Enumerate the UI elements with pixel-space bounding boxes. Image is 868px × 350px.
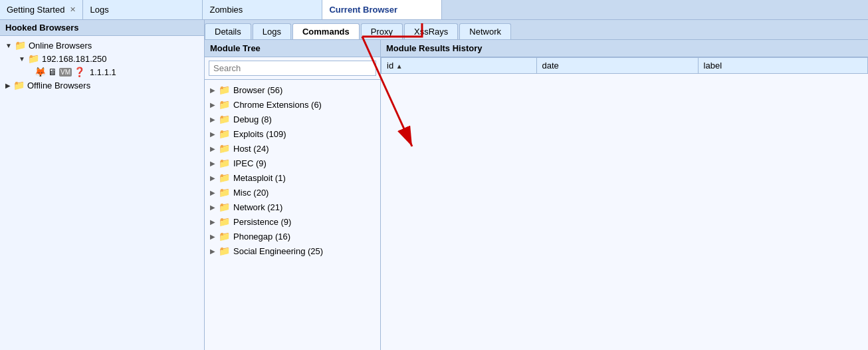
module-results-panel: Module Results History id ▲ xyxy=(381,40,868,350)
top-tab-current-browser-label: Current Browser xyxy=(329,5,397,15)
windows-icon: 🖥 xyxy=(48,67,57,77)
sub-tab-xssrays-label: XssRays xyxy=(414,27,448,37)
module-persistence-arrow: ▶ xyxy=(210,218,215,226)
module-network-arrow: ▶ xyxy=(210,204,215,211)
module-chrome-folder-icon: 📁 xyxy=(219,99,230,110)
module-host-label: Host (24) xyxy=(233,144,269,154)
module-network-label: Network (21) xyxy=(233,202,282,212)
module-list: ▶ 📁 Browser (56) ▶ 📁 Chrome Extensions (… xyxy=(205,80,380,350)
top-tab-bar: Getting Started ✕ Logs Zombies Current B… xyxy=(0,0,868,20)
module-item-exploits[interactable]: ▶ 📁 Exploits (109) xyxy=(205,126,380,141)
online-browsers-label: Online Browsers xyxy=(29,41,92,51)
module-chrome-label: Chrome Extensions (6) xyxy=(233,100,322,110)
online-browsers-item[interactable]: ▼ 📁 Online Browsers xyxy=(3,39,201,52)
sub-tab-proxy[interactable]: Proxy xyxy=(361,23,403,39)
module-item-debug[interactable]: ▶ 📁 Debug (8) xyxy=(205,112,380,126)
module-item-host[interactable]: ▶ 📁 Host (24) xyxy=(205,141,380,156)
main-layout: Hooked Browsers ▼ 📁 Online Browsers ▼ 📁 … xyxy=(0,20,868,350)
module-tree-panel: Module Tree ▶ 📁 Browser (56) ▶ 📁 xyxy=(205,40,381,350)
module-phonegap-arrow: ▶ xyxy=(210,233,215,240)
column-label-label: label xyxy=(704,61,722,71)
sub-tab-proxy-label: Proxy xyxy=(371,27,393,37)
module-host-arrow: ▶ xyxy=(210,145,215,152)
module-tree-header: Module Tree xyxy=(205,40,380,57)
module-browser-label: Browser (56) xyxy=(233,85,282,95)
ip-folder-arrow: ▼ xyxy=(19,55,25,63)
sub-tab-commands[interactable]: Commands xyxy=(292,23,360,39)
sub-tab-logs[interactable]: Logs xyxy=(253,23,291,39)
module-item-persistence[interactable]: ▶ 📁 Persistence (9) xyxy=(205,214,380,229)
module-item-misc[interactable]: ▶ 📁 Misc (20) xyxy=(205,185,380,200)
ip-folder-icon: 📁 xyxy=(28,53,39,64)
module-exploits-folder-icon: 📁 xyxy=(219,128,230,139)
module-social-arrow: ▶ xyxy=(210,248,215,255)
column-id[interactable]: id ▲ xyxy=(381,58,537,74)
module-misc-arrow: ▶ xyxy=(210,189,215,196)
sub-tab-details[interactable]: Details xyxy=(205,23,251,39)
hooked-browsers-header: Hooked Browsers xyxy=(0,20,204,36)
module-ipec-label: IPEC (9) xyxy=(233,158,267,168)
sub-tab-network-label: Network xyxy=(469,27,501,37)
module-item-phonegap[interactable]: ▶ 📁 Phonegap (16) xyxy=(205,229,380,244)
column-date-label: date xyxy=(542,61,559,71)
module-misc-label: Misc (20) xyxy=(233,188,269,198)
sub-tab-details-label: Details xyxy=(215,27,241,37)
right-panel: Details Logs Commands Proxy XssRays Netw… xyxy=(205,20,868,350)
sub-tab-logs-label: Logs xyxy=(263,27,281,37)
browser-icons: 🦊 🖥 VM ❓ 1.1.1.1 xyxy=(35,67,116,77)
ip-children: 🦊 🖥 VM ❓ 1.1.1.1 xyxy=(16,65,201,79)
module-results-header: Module Results History xyxy=(381,40,868,57)
module-ipec-arrow: ▶ xyxy=(210,160,215,167)
module-item-ipec[interactable]: ▶ 📁 IPEC (9) xyxy=(205,156,380,170)
online-browsers-children: ▼ 📁 192.168.181.250 🦊 🖥 VM ❓ 1.1.1.1 xyxy=(3,52,201,79)
version-label: 1.1.1.1 xyxy=(90,67,116,77)
column-date[interactable]: date xyxy=(536,58,698,74)
ip-address-label: 192.168.181.250 xyxy=(42,54,107,64)
commands-content: Module Tree ▶ 📁 Browser (56) ▶ 📁 xyxy=(205,40,868,350)
module-persistence-folder-icon: 📁 xyxy=(219,216,230,227)
module-metasploit-arrow: ▶ xyxy=(210,174,215,182)
browser-instance-item[interactable]: 🦊 🖥 VM ❓ 1.1.1.1 xyxy=(29,65,201,79)
module-debug-label: Debug (8) xyxy=(233,114,272,124)
top-tab-getting-started-close[interactable]: ✕ xyxy=(70,5,76,14)
module-social-folder-icon: 📁 xyxy=(219,246,230,256)
module-misc-folder-icon: 📁 xyxy=(219,187,230,198)
firefox-icon: 🦊 xyxy=(35,67,46,77)
module-item-chrome-extensions[interactable]: ▶ 📁 Chrome Extensions (6) xyxy=(205,97,380,112)
module-search-input[interactable] xyxy=(209,61,376,76)
top-tab-getting-started[interactable]: Getting Started ✕ xyxy=(0,0,83,19)
question-icon: ❓ xyxy=(74,67,85,77)
online-browsers-folder-icon: 📁 xyxy=(15,40,26,51)
offline-browsers-folder-icon: 📁 xyxy=(13,80,25,90)
module-item-metasploit[interactable]: ▶ 📁 Metasploit (1) xyxy=(205,170,380,185)
module-metasploit-folder-icon: 📁 xyxy=(219,172,230,183)
module-metasploit-label: Metasploit (1) xyxy=(233,173,286,183)
sub-tab-network[interactable]: Network xyxy=(459,23,511,39)
module-debug-arrow: ▶ xyxy=(210,116,215,123)
module-host-folder-icon: 📁 xyxy=(219,143,230,154)
online-browsers-arrow: ▼ xyxy=(5,42,12,49)
ip-folder-item[interactable]: ▼ 📁 192.168.181.250 xyxy=(16,52,201,65)
sub-tab-bar: Details Logs Commands Proxy XssRays Netw… xyxy=(205,20,868,40)
offline-browsers-item[interactable]: ▶ 📁 Offline Browsers xyxy=(3,79,201,92)
module-phonegap-label: Phonegap (16) xyxy=(233,232,290,242)
offline-browsers-label: Offline Browsers xyxy=(27,81,90,90)
top-tab-logs[interactable]: Logs xyxy=(83,0,203,19)
module-item-network[interactable]: ▶ 📁 Network (21) xyxy=(205,200,380,214)
module-ipec-folder-icon: 📁 xyxy=(219,158,230,168)
module-chrome-arrow: ▶ xyxy=(210,101,215,108)
browser-tree: ▼ 📁 Online Browsers ▼ 📁 192.168.181.250 xyxy=(0,36,204,350)
module-exploits-arrow: ▶ xyxy=(210,130,215,138)
module-item-browser[interactable]: ▶ 📁 Browser (56) xyxy=(205,83,380,97)
sub-tab-commands-label: Commands xyxy=(302,27,350,37)
sort-asc-icon: ▲ xyxy=(396,63,403,70)
module-search-container xyxy=(205,57,380,80)
left-panel: Hooked Browsers ▼ 📁 Online Browsers ▼ 📁 … xyxy=(0,20,205,350)
app-wrapper: Getting Started ✕ Logs Zombies Current B… xyxy=(0,0,868,350)
top-tab-current-browser[interactable]: Current Browser xyxy=(322,0,442,19)
module-browser-arrow: ▶ xyxy=(210,87,215,94)
module-item-social-engineering[interactable]: ▶ 📁 Social Engineering (25) xyxy=(205,244,380,258)
sub-tab-xssrays[interactable]: XssRays xyxy=(404,23,458,39)
top-tab-zombies[interactable]: Zombies xyxy=(203,0,322,19)
column-label[interactable]: label xyxy=(698,58,867,74)
